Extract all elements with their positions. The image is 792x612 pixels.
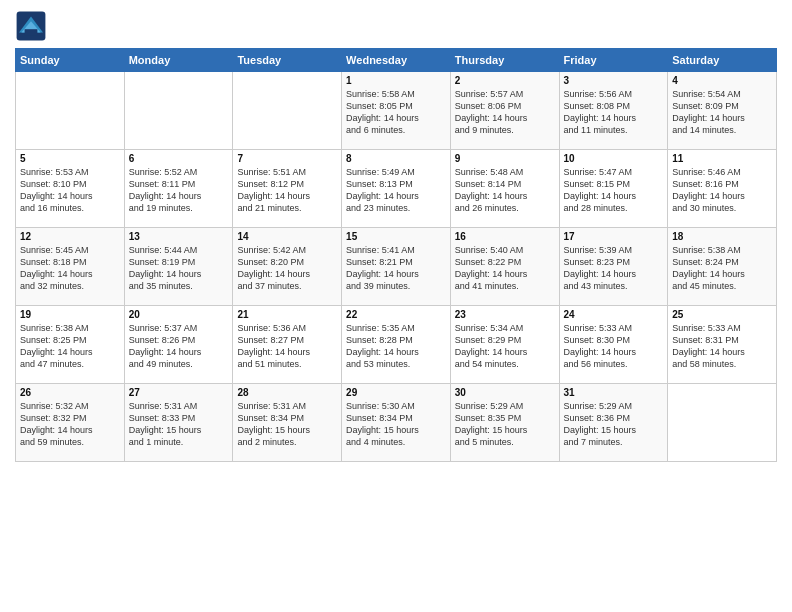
cell-info: Sunrise: 5:46 AM [672,166,772,178]
cell-info: Sunrise: 5:40 AM [455,244,555,256]
cell-info: Daylight: 14 hours [455,112,555,124]
cell-info: Sunrise: 5:30 AM [346,400,446,412]
day-number: 17 [564,231,664,242]
cell-info: Daylight: 15 hours [237,424,337,436]
calendar-week-3: 12Sunrise: 5:45 AMSunset: 8:18 PMDayligh… [16,228,777,306]
cell-info: Sunrise: 5:58 AM [346,88,446,100]
day-number: 29 [346,387,446,398]
cell-info: Sunset: 8:35 PM [455,412,555,424]
day-header-friday: Friday [559,49,668,72]
day-number: 30 [455,387,555,398]
cell-info: Sunrise: 5:32 AM [20,400,120,412]
cell-info: and 6 minutes. [346,124,446,136]
page-header [15,10,777,42]
calendar-cell: 10Sunrise: 5:47 AMSunset: 8:15 PMDayligh… [559,150,668,228]
cell-info: Daylight: 14 hours [564,112,664,124]
calendar-cell: 23Sunrise: 5:34 AMSunset: 8:29 PMDayligh… [450,306,559,384]
logo [15,10,51,42]
day-header-tuesday: Tuesday [233,49,342,72]
cell-info: and 53 minutes. [346,358,446,370]
cell-info: and 39 minutes. [346,280,446,292]
calendar-cell: 3Sunrise: 5:56 AMSunset: 8:08 PMDaylight… [559,72,668,150]
cell-info: Sunrise: 5:36 AM [237,322,337,334]
cell-info: and 5 minutes. [455,436,555,448]
calendar-cell: 19Sunrise: 5:38 AMSunset: 8:25 PMDayligh… [16,306,125,384]
day-number: 1 [346,75,446,86]
day-number: 2 [455,75,555,86]
calendar-cell: 31Sunrise: 5:29 AMSunset: 8:36 PMDayligh… [559,384,668,462]
cell-info: Sunrise: 5:38 AM [20,322,120,334]
day-number: 6 [129,153,229,164]
day-number: 25 [672,309,772,320]
calendar-cell: 5Sunrise: 5:53 AMSunset: 8:10 PMDaylight… [16,150,125,228]
day-number: 12 [20,231,120,242]
calendar-cell: 9Sunrise: 5:48 AMSunset: 8:14 PMDaylight… [450,150,559,228]
calendar-cell: 24Sunrise: 5:33 AMSunset: 8:30 PMDayligh… [559,306,668,384]
cell-info: Sunset: 8:29 PM [455,334,555,346]
cell-info: Sunrise: 5:52 AM [129,166,229,178]
cell-info: Daylight: 14 hours [129,190,229,202]
calendar-cell: 12Sunrise: 5:45 AMSunset: 8:18 PMDayligh… [16,228,125,306]
day-number: 26 [20,387,120,398]
cell-info: and 54 minutes. [455,358,555,370]
calendar-page: SundayMondayTuesdayWednesdayThursdayFrid… [0,0,792,612]
cell-info: Sunset: 8:32 PM [20,412,120,424]
cell-info: and 4 minutes. [346,436,446,448]
calendar-header-row: SundayMondayTuesdayWednesdayThursdayFrid… [16,49,777,72]
cell-info: Sunrise: 5:39 AM [564,244,664,256]
cell-info: Sunrise: 5:57 AM [455,88,555,100]
svg-rect-3 [25,29,38,35]
calendar-week-2: 5Sunrise: 5:53 AMSunset: 8:10 PMDaylight… [16,150,777,228]
cell-info: Daylight: 14 hours [455,190,555,202]
day-number: 15 [346,231,446,242]
day-number: 8 [346,153,446,164]
calendar-cell: 22Sunrise: 5:35 AMSunset: 8:28 PMDayligh… [342,306,451,384]
calendar-cell: 4Sunrise: 5:54 AMSunset: 8:09 PMDaylight… [668,72,777,150]
cell-info: and 1 minute. [129,436,229,448]
cell-info: Sunrise: 5:34 AM [455,322,555,334]
cell-info: and 47 minutes. [20,358,120,370]
cell-info: Sunset: 8:26 PM [129,334,229,346]
cell-info: Sunset: 8:16 PM [672,178,772,190]
calendar-cell [233,72,342,150]
cell-info: Sunset: 8:21 PM [346,256,446,268]
day-number: 11 [672,153,772,164]
day-number: 31 [564,387,664,398]
cell-info: Sunset: 8:23 PM [564,256,664,268]
cell-info: Daylight: 14 hours [237,268,337,280]
cell-info: Daylight: 14 hours [346,268,446,280]
day-number: 20 [129,309,229,320]
calendar-cell: 20Sunrise: 5:37 AMSunset: 8:26 PMDayligh… [124,306,233,384]
cell-info: and 45 minutes. [672,280,772,292]
cell-info: Sunrise: 5:42 AM [237,244,337,256]
calendar-week-1: 1Sunrise: 5:58 AMSunset: 8:05 PMDaylight… [16,72,777,150]
cell-info: Sunrise: 5:35 AM [346,322,446,334]
cell-info: and 43 minutes. [564,280,664,292]
cell-info: and 16 minutes. [20,202,120,214]
calendar-cell: 17Sunrise: 5:39 AMSunset: 8:23 PMDayligh… [559,228,668,306]
cell-info: Daylight: 14 hours [672,346,772,358]
cell-info: Sunset: 8:19 PM [129,256,229,268]
calendar-cell: 8Sunrise: 5:49 AMSunset: 8:13 PMDaylight… [342,150,451,228]
cell-info: and 11 minutes. [564,124,664,136]
cell-info: and 51 minutes. [237,358,337,370]
cell-info: Sunrise: 5:53 AM [20,166,120,178]
cell-info: Daylight: 14 hours [346,190,446,202]
cell-info: Daylight: 14 hours [20,424,120,436]
cell-info: Sunrise: 5:44 AM [129,244,229,256]
cell-info: Daylight: 14 hours [20,346,120,358]
cell-info: Sunrise: 5:51 AM [237,166,337,178]
cell-info: Sunrise: 5:56 AM [564,88,664,100]
cell-info: Sunrise: 5:29 AM [564,400,664,412]
calendar-cell: 28Sunrise: 5:31 AMSunset: 8:34 PMDayligh… [233,384,342,462]
calendar-cell: 29Sunrise: 5:30 AMSunset: 8:34 PMDayligh… [342,384,451,462]
calendar-cell: 30Sunrise: 5:29 AMSunset: 8:35 PMDayligh… [450,384,559,462]
cell-info: Sunrise: 5:47 AM [564,166,664,178]
day-number: 21 [237,309,337,320]
calendar-cell: 1Sunrise: 5:58 AMSunset: 8:05 PMDaylight… [342,72,451,150]
day-number: 13 [129,231,229,242]
cell-info: and 26 minutes. [455,202,555,214]
calendar-cell [668,384,777,462]
calendar-cell: 2Sunrise: 5:57 AMSunset: 8:06 PMDaylight… [450,72,559,150]
cell-info: Daylight: 15 hours [564,424,664,436]
